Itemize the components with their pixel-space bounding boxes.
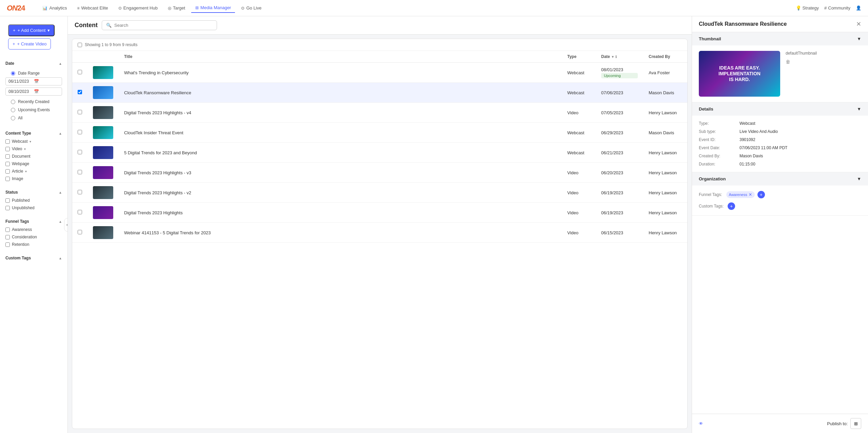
all-option[interactable]: All [5,114,62,122]
row-title-6: Digital Trends 2023 Highlights - v2 [124,190,191,195]
th-title[interactable]: Title [119,51,562,63]
document-checkbox[interactable] [5,154,10,159]
image-option[interactable]: Image [0,175,67,182]
all-radio[interactable] [11,116,15,120]
recently-created-option[interactable]: Recently Created [5,98,62,106]
document-option[interactable]: Document [0,153,67,160]
nav-item-target[interactable]: ◎ Target [164,3,189,13]
row-checkbox-2[interactable] [78,110,82,114]
add-custom-tag-button[interactable]: + [728,202,735,210]
table-row[interactable]: Digital Trends 2023 Highlights Video 06/… [72,203,687,223]
row-type-6: Video [562,183,596,203]
nav-user[interactable]: 👤 [856,5,861,11]
table-row[interactable]: CloudTek Insider Threat Event Webcast 06… [72,123,687,143]
nav-item-webcast-elite[interactable]: ≡ Webcast Elite [73,3,112,13]
th-date[interactable]: Date ▼ ℹ [596,51,643,63]
search-box[interactable]: 🔍 [102,20,217,30]
table-row[interactable]: Webinar 4141153 - 5 Digital Trends for 2… [72,223,687,243]
go-live-icon: ⊙ [241,6,244,11]
awareness-tag-remove[interactable]: ✕ [749,192,752,197]
end-date-input[interactable]: 08/10/2023 📅 [5,87,62,96]
table-row[interactable]: Digital Trends 2023 Highlights - v3 Vide… [72,163,687,183]
details-section-header[interactable]: Details ▼ [692,102,868,116]
thumbnail-image: IDEAS ARE EASY.IMPLEMENTATIONIS HARD. [699,51,780,97]
add-funnel-tag-button[interactable]: + [757,191,765,198]
article-option[interactable]: Article ▾ [0,168,67,175]
row-checkbox-1[interactable] [78,90,82,94]
webcast-option[interactable]: Webcast ▾ [0,138,67,145]
content-type-section-header[interactable]: Content Type ▲ [0,129,67,138]
webcast-checkbox[interactable] [5,139,10,144]
start-date-input[interactable]: 06/11/2023 📅 [5,77,62,85]
add-content-button[interactable]: + + Add Content ▾ [8,24,55,36]
upcoming-events-option[interactable]: Upcoming Events [5,106,62,114]
row-checkbox-5[interactable] [78,170,82,174]
custom-tags-section-header[interactable]: Custom Tags ▲ [0,254,67,262]
published-checkbox[interactable] [5,198,10,203]
publish-to-button[interactable]: ⊞ [850,418,861,429]
nav-item-media-manager[interactable]: ⊞ Media Manager [191,3,235,13]
article-checkbox[interactable] [5,169,10,174]
nav-right: 💡 Strategy # Community 👤 [796,5,861,11]
row-checkbox-8[interactable] [78,230,82,234]
awareness-checkbox[interactable] [5,228,10,232]
consideration-option[interactable]: Consideration [0,233,67,241]
main-area: Content 🔍 Showing 1 to 9 from 9 results … [68,16,692,433]
row-checkbox-6[interactable] [78,190,82,194]
details-chevron-icon: ▼ [857,106,861,112]
upcoming-events-radio[interactable] [11,108,15,112]
row-date-8: 06/15/2023 [601,230,638,235]
nav-item-go-live[interactable]: ⊙ Go Live [237,3,265,13]
funnel-tags-section-header[interactable]: Funnel Tags ▲ [0,217,67,226]
article-expand-icon: ▾ [25,170,27,173]
th-type[interactable]: Type [562,51,596,63]
panel-title: CloudTek Ransomware Resilience [699,21,787,27]
webpage-option[interactable]: Webpage [0,160,67,168]
nav-strategy[interactable]: 💡 Strategy [796,5,819,11]
row-checkbox-4[interactable] [78,150,82,154]
image-checkbox[interactable] [5,177,10,181]
consideration-checkbox[interactable] [5,235,10,239]
logo: ON24 [7,4,25,13]
detail-value-3: 07/06/2023 11:00 AM PDT [739,145,861,150]
row-checkbox-3[interactable] [78,130,82,134]
awareness-option[interactable]: Awareness [0,226,67,233]
nav-community[interactable]: # Community [824,5,850,11]
row-checkbox-7[interactable] [78,210,82,214]
panel-close-button[interactable]: ✕ [856,21,861,27]
create-video-button[interactable]: + + Create Video [8,38,51,50]
date-section-header[interactable]: Date ▲ [0,59,67,68]
sidebar: + + Add Content ▾ + + Create Video Date … [0,16,68,433]
video-plus-icon: + [13,41,15,46]
video-option[interactable]: Video ▾ [0,145,67,153]
select-all-checkbox[interactable] [78,43,82,47]
webpage-checkbox[interactable] [5,162,10,166]
sidebar-collapse-handle[interactable]: ◀ [64,218,68,232]
preview-button[interactable]: 👁 [699,421,703,426]
recently-created-radio[interactable] [11,100,15,104]
retention-option[interactable]: Retention [0,241,67,248]
status-section-header[interactable]: Status ▲ [0,188,67,197]
nav-item-analytics[interactable]: 📊 Analytics [38,3,71,13]
organization-section-header[interactable]: Organization ▼ [692,172,868,185]
unpublished-option[interactable]: Unpublished [0,204,67,212]
thumbnail-section-header[interactable]: Thumbnail ▼ [692,32,868,45]
table-row[interactable]: What's Trending in Cybersecurity Webcast… [72,63,687,83]
table-row[interactable]: CloudTek Ransomware Resilience Webcast 0… [72,83,687,103]
date-range-radio[interactable] [11,71,15,76]
date-range-option[interactable]: Date Range [5,69,62,77]
nav-item-engagement-hub[interactable]: ⊙ Engagement Hub [114,3,162,13]
row-date-7: 06/19/2023 [601,210,638,215]
panel-thumbnail-section: Thumbnail ▼ IDEAS ARE EASY.IMPLEMENTATIO… [692,32,868,102]
table-row[interactable]: Digital Trends 2023 Highlights - v2 Vide… [72,183,687,203]
video-checkbox[interactable] [5,147,10,151]
thumbnail-delete-button[interactable]: 🗑 [786,59,817,64]
th-created-by[interactable]: Created By [643,51,687,63]
search-input[interactable] [114,23,213,28]
table-row[interactable]: 5 Digital Trends for 2023 and Beyond Web… [72,143,687,163]
retention-checkbox[interactable] [5,242,10,247]
table-row[interactable]: Digital Trends 2023 Highlights - v4 Vide… [72,103,687,123]
unpublished-checkbox[interactable] [5,206,10,210]
row-checkbox-0[interactable] [78,70,82,74]
published-option[interactable]: Published [0,197,67,204]
